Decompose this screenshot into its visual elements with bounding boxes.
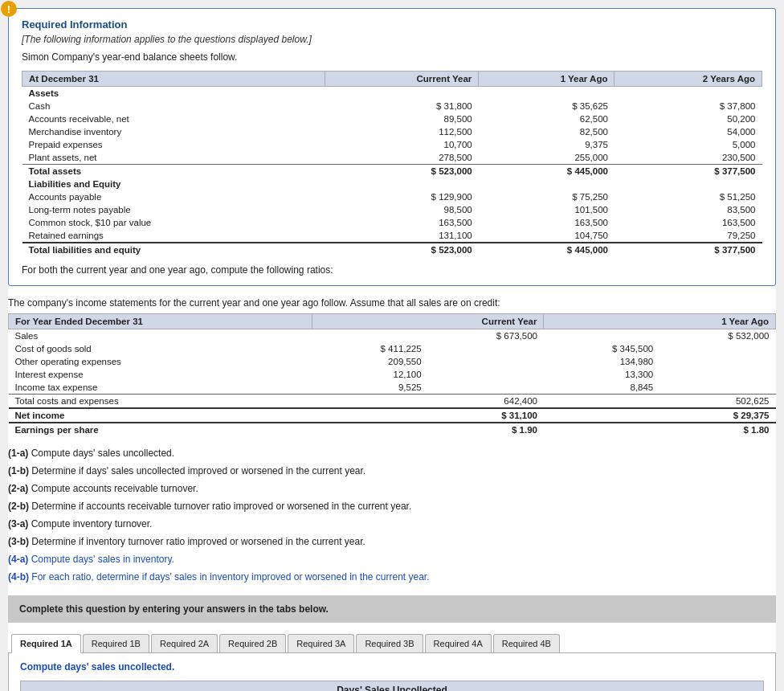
- is-col-period: For Year Ended December 31: [9, 314, 312, 329]
- sales-row: Sales $ 673,500 $ 532,000: [9, 329, 776, 343]
- total-assets-row: Total assets $ 523,000 $ 445,000 $ 377,5…: [22, 165, 762, 178]
- table-row: Cash $ 31,800 $ 35,625 $ 37,800: [22, 100, 762, 112]
- question-4a: (4-a) Compute days' sales in inventory.: [8, 552, 776, 566]
- bs-col-1yr: 1 Year Ago: [479, 72, 615, 87]
- table-row: Merchandise inventory 112,500 82,500 54,…: [22, 125, 762, 138]
- main-container: ! Required Information [The following in…: [8, 8, 776, 691]
- tab-content-label: Compute days' sales uncollected.: [20, 661, 764, 673]
- question-1a: (1-a) Compute days' sales uncollected.: [8, 446, 776, 460]
- total-costs-row: Total costs and expenses 642,400 502,625: [9, 395, 776, 409]
- table-row: Interest expense 12,100 13,300: [9, 368, 776, 381]
- tab-required-2a[interactable]: Required 2A: [151, 634, 218, 652]
- tab-required-2b[interactable]: Required 2B: [219, 634, 286, 652]
- question-1b: (1-b) Determine if days' sales uncollect…: [8, 464, 776, 478]
- tab-content: Compute days' sales uncollected. Days' S…: [8, 653, 776, 691]
- income-intro: The company's income statements for the …: [8, 297, 776, 309]
- table-row: Retained earnings 131,100 104,750 79,250: [22, 229, 762, 243]
- balance-sheet-table: At December 31 Current Year 1 Year Ago 2…: [22, 71, 762, 256]
- bs-col-current: Current Year: [325, 72, 479, 87]
- alert-icon: !: [1, 1, 17, 17]
- table-row: Plant assets, net 278,500 255,000 230,50…: [22, 151, 762, 165]
- tab-required-1b[interactable]: Required 1B: [83, 634, 149, 652]
- italic-note: [The following information applies to th…: [22, 34, 762, 45]
- is-col-current: Current Year: [312, 314, 544, 329]
- question-3a: (3-a) Compute inventory turnover.: [8, 517, 776, 531]
- dsu-title: Days' Sales Uncollected: [20, 681, 764, 691]
- table-row: Cost of goods sold $ 411,225 $ 345,500: [9, 342, 776, 355]
- table-row: Accounts payable $ 129,900 $ 75,250 $ 51…: [22, 190, 762, 203]
- eps-row: Earnings per share $ 1.90 $ 1.80: [9, 423, 776, 436]
- required-info-title: Required Information: [22, 18, 762, 31]
- is-col-1yr: 1 Year Ago: [544, 314, 776, 329]
- table-row: Long-term notes payable 98,500 101,500 8…: [22, 203, 762, 216]
- assets-header: Assets: [22, 87, 325, 100]
- table-row: Prepaid expenses 10,700 9,375 5,000: [22, 138, 762, 151]
- table-row: Other operating expenses 209,550 134,980: [9, 355, 776, 368]
- income-section: The company's income statements for the …: [8, 297, 776, 436]
- questions-list: (1-a) Compute days' sales uncollected. (…: [8, 446, 776, 584]
- tab-required-4b[interactable]: Required 4B: [493, 634, 560, 652]
- for-both-text: For both the current year and one year a…: [22, 264, 762, 276]
- table-row: Accounts receivable, net 89,500 62,500 5…: [22, 112, 762, 125]
- tab-required-3b[interactable]: Required 3B: [356, 634, 423, 652]
- income-statement-table: For Year Ended December 31 Current Year …: [8, 313, 776, 436]
- question-2a: (2-a) Compute accounts receivable turnov…: [8, 481, 776, 496]
- bs-col-2yr: 2 Years Ago: [615, 72, 762, 87]
- question-4b: (4-b) For each ratio, determine if days'…: [8, 570, 776, 584]
- net-income-row: Net income $ 31,100 $ 29,375: [9, 408, 776, 423]
- tabs-container: Required 1A Required 1B Required 2A Requ…: [8, 631, 776, 653]
- complete-question-box: Complete this question by entering your …: [8, 595, 776, 623]
- balance-sheet-intro: Simon Company's year-end balance sheets …: [22, 51, 762, 63]
- bs-col-date: At December 31: [22, 72, 325, 87]
- tabs-row: Required 1A Required 1B Required 2A Requ…: [8, 631, 776, 652]
- tab-required-3a[interactable]: Required 3A: [288, 634, 354, 652]
- liabilities-header: Liabilities and Equity: [22, 178, 325, 190]
- required-info-box: ! Required Information [The following in…: [8, 8, 776, 286]
- question-2b: (2-b) Determine if accounts receivable t…: [8, 499, 776, 513]
- total-liabilities-row: Total liabilities and equity $ 523,000 $…: [22, 243, 762, 256]
- table-row: Common stock, $10 par value 163,500 163,…: [22, 216, 762, 229]
- complete-question-text: Complete this question by entering your …: [19, 603, 329, 615]
- table-row: Income tax expense 9,525 8,845: [9, 381, 776, 395]
- tab-required-4a[interactable]: Required 4A: [425, 634, 492, 652]
- question-3b: (3-b) Determine if inventory turnover ra…: [8, 534, 776, 549]
- tab-required-1a[interactable]: Required 1A: [11, 634, 81, 653]
- dsu-table-wrapper: Days' Sales Uncollected Numerator: / Den…: [20, 681, 764, 691]
